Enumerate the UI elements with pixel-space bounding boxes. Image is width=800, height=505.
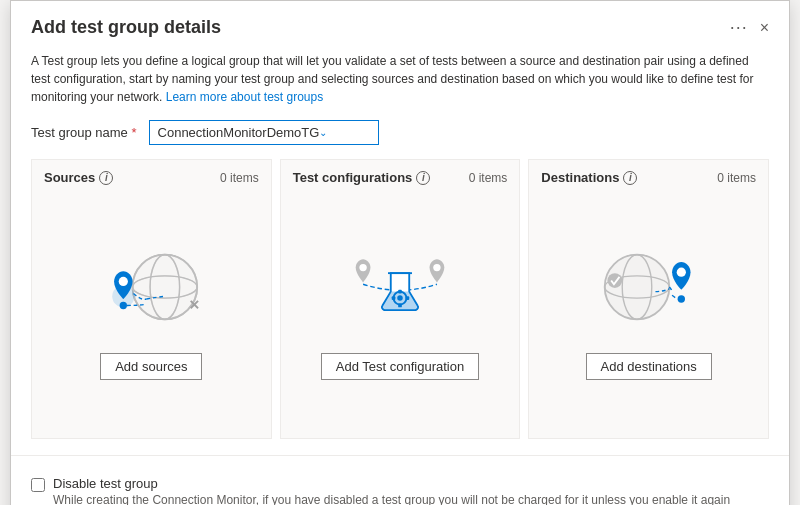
svg-point-12 (120, 302, 127, 309)
test-config-panel-title: Test configurations (293, 170, 413, 185)
disable-group-text-block: Disable test group While creating the Co… (53, 476, 730, 505)
svg-rect-17 (398, 290, 402, 294)
test-config-panel-header: Test configurations i 0 items (293, 170, 508, 185)
svg-rect-18 (398, 304, 402, 308)
group-name-label: Test group name * (31, 125, 137, 140)
destinations-count: 0 items (717, 171, 756, 185)
destinations-panel-content: Add destinations (541, 189, 756, 428)
test-config-count: 0 items (469, 171, 508, 185)
svg-point-13 (359, 264, 366, 271)
divider (11, 455, 789, 456)
sources-panel-title: Sources (44, 170, 95, 185)
add-sources-button[interactable]: Add sources (100, 353, 202, 380)
test-config-panel-content: Add Test configuration (293, 189, 508, 428)
disable-group-label: Disable test group (53, 476, 730, 491)
modal-body: A Test group lets you define a logical g… (11, 48, 789, 455)
svg-rect-19 (392, 296, 396, 300)
chevron-down-icon: ⌄ (319, 127, 369, 138)
destinations-icon (589, 237, 709, 337)
destinations-panel: Destinations i 0 items (528, 159, 769, 439)
panels-row: Sources i 0 items (31, 159, 769, 439)
group-name-input[interactable]: ConnectionMonitorDemoTG ⌄ (149, 120, 379, 145)
destinations-info-icon[interactable]: i (623, 171, 637, 185)
svg-point-26 (676, 268, 685, 277)
test-configurations-panel: Test configurations i 0 items (280, 159, 521, 439)
test-config-icon (340, 237, 460, 337)
required-marker: * (131, 125, 136, 140)
sources-info-icon[interactable]: i (99, 171, 113, 185)
disable-group-row: Disable test group While creating the Co… (11, 468, 789, 505)
svg-rect-20 (406, 296, 410, 300)
svg-point-8 (119, 277, 128, 286)
modal-title: Add test group details (31, 17, 720, 38)
test-config-info-icon[interactable]: i (416, 171, 430, 185)
learn-more-link[interactable]: Learn more about test groups (166, 90, 323, 104)
sources-panel-content: Add sources (44, 189, 259, 428)
close-icon[interactable]: × (760, 19, 769, 37)
sources-panel-header: Sources i 0 items (44, 170, 259, 185)
sources-count: 0 items (220, 171, 259, 185)
test-group-name-field-row: Test group name * ConnectionMonitorDemoT… (31, 120, 769, 145)
svg-point-27 (677, 295, 684, 302)
add-test-group-modal: Add test group details ··· × A Test grou… (10, 0, 790, 505)
modal-header: Add test group details ··· × (11, 1, 789, 48)
sources-panel: Sources i 0 items (31, 159, 272, 439)
destinations-panel-title: Destinations (541, 170, 619, 185)
add-test-configuration-button[interactable]: Add Test configuration (321, 353, 479, 380)
add-destinations-button[interactable]: Add destinations (586, 353, 712, 380)
disable-group-checkbox[interactable] (31, 478, 45, 492)
modal-description: A Test group lets you define a logical g… (31, 48, 769, 106)
sources-icon (91, 237, 211, 337)
svg-point-14 (433, 264, 440, 271)
destinations-panel-header: Destinations i 0 items (541, 170, 756, 185)
modal-menu-icon[interactable]: ··· (730, 17, 748, 38)
disable-group-description: While creating the Connection Monitor, i… (53, 493, 730, 505)
svg-point-25 (607, 273, 622, 288)
svg-point-16 (397, 295, 403, 301)
